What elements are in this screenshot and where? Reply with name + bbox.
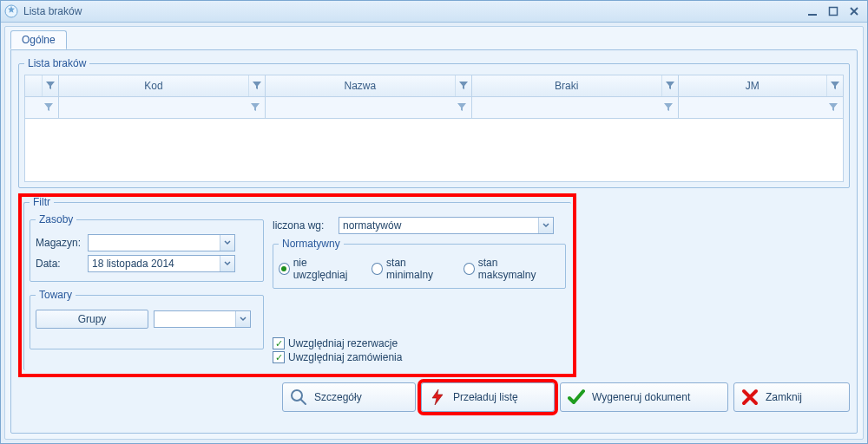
magnifier-icon (290, 388, 307, 406)
client-area: Ogólne Lista braków Kod Nazwa (4, 26, 864, 440)
chevron-down-icon (220, 235, 234, 251)
col-braki[interactable]: Braki (472, 75, 679, 97)
close-icon (741, 388, 759, 406)
lightning-icon (429, 388, 446, 406)
zasoby-fieldset: Zasoby Magazyn: Data: (30, 213, 264, 282)
col-label: Nazwa (266, 80, 455, 92)
grid-legend: Lista braków (24, 57, 89, 69)
filter-icon[interactable] (826, 75, 843, 96)
towary-fieldset: Towary Grupy (30, 289, 264, 349)
liczona-combo[interactable]: normatywów (339, 217, 554, 234)
checkmark-icon (568, 388, 585, 406)
svg-rect-1 (808, 14, 817, 16)
titlebar: Lista braków (1, 1, 867, 23)
filter-cell[interactable] (59, 97, 266, 119)
radio-stan-maksymalny[interactable]: stan maksymalny (464, 257, 549, 281)
filtr-body: Zasoby Magazyn: Data: (30, 213, 566, 365)
normatywny-legend: Normatywny (279, 238, 344, 250)
combo-value: normatywów (339, 219, 538, 232)
wygeneruj-button[interactable]: Wygeneruj dokument (560, 382, 728, 412)
tab-general[interactable]: Ogólne (10, 30, 67, 49)
grid-body[interactable] (24, 119, 844, 182)
grid-fieldset: Lista braków Kod Nazwa Br (18, 57, 850, 188)
towary-legend: Towary (36, 289, 76, 301)
radio-dot-icon (372, 263, 383, 275)
filtr-right-col: liczona wg: normatywów Normatywny (273, 213, 566, 365)
close-button[interactable] (845, 4, 864, 18)
filter-icon[interactable] (455, 75, 471, 96)
combo-value: 18 listopada 2014 (89, 258, 220, 270)
filtr-fieldset: Filtr Zasoby Magazyn: (23, 196, 571, 370)
chevron-down-icon (538, 218, 553, 233)
footer-buttons: Szczegóły Przeładuj listę Wygeneruj doku… (18, 382, 850, 412)
tabpage-general: Lista braków Kod Nazwa Br (10, 49, 858, 434)
liczona-label: liczona wg: (273, 219, 333, 232)
button-label: Wygeneruj dokument (592, 391, 690, 403)
col-jm[interactable]: JM (679, 75, 844, 97)
highlight-frame-filtr: Filtr Zasoby Magazyn: (18, 193, 576, 377)
przeladuj-button[interactable]: Przeładuj listę (421, 382, 555, 412)
checkbox-icon (273, 337, 285, 349)
check-label: Uwzględniaj zamówienia (288, 351, 402, 363)
radio-stan-minimalny[interactable]: stan minimalny (372, 257, 448, 281)
maximize-button[interactable] (824, 4, 843, 18)
radio-nie-uwzgledniaj[interactable]: nie uwzględniaj (279, 257, 356, 281)
tabstrip: Ogólne (10, 30, 858, 49)
chevron-down-icon (220, 256, 234, 271)
radio-dot-icon (279, 263, 290, 275)
button-label: Zamknij (766, 391, 802, 403)
grupa-combo[interactable] (154, 310, 251, 328)
funnel-icon (829, 103, 838, 112)
grid-filter-row (24, 97, 844, 119)
col-label: Kod (59, 80, 248, 92)
magazyn-combo[interactable] (88, 234, 235, 251)
col-label: Braki (472, 80, 661, 92)
button-label: Przeładuj listę (453, 391, 518, 403)
magazyn-label: Magazyn: (36, 237, 82, 249)
grupy-button[interactable]: Grupy (36, 310, 148, 329)
filter-icon[interactable] (661, 75, 678, 96)
radio-dot-icon (464, 263, 475, 275)
button-label: Szczegóły (314, 391, 362, 403)
grid-header-row: Kod Nazwa Braki JM (24, 75, 844, 97)
svg-point-3 (292, 390, 302, 401)
col-nazwa[interactable]: Nazwa (266, 75, 472, 97)
button-label: Grupy (78, 313, 107, 325)
app-icon (4, 4, 18, 18)
col-kod[interactable]: Kod (59, 75, 266, 97)
check-label: Uwzględniaj rezerwacje (288, 337, 398, 349)
funnel-icon (44, 103, 53, 112)
minimize-button[interactable] (803, 4, 822, 18)
filter-cell[interactable] (472, 97, 679, 119)
filter-icon[interactable] (248, 75, 265, 96)
szczegoly-button[interactable]: Szczegóły (282, 382, 416, 412)
filtr-left-col: Zasoby Magazyn: Data: (30, 213, 264, 355)
radio-label: nie uwzględniaj (293, 257, 357, 281)
data-datepicker[interactable]: 18 listopada 2014 (88, 255, 235, 272)
filter-icon[interactable] (42, 75, 58, 96)
check-rezerwacje[interactable]: Uwzględniaj rezerwacje (273, 337, 398, 349)
col-handle[interactable] (24, 75, 59, 97)
zasoby-legend: Zasoby (36, 213, 76, 225)
window-frame: Lista braków Ogólne Lista braków (0, 0, 868, 444)
checkbox-icon (273, 351, 285, 363)
zamknij-button[interactable]: Zamknij (733, 382, 850, 412)
col-label: JM (679, 80, 826, 92)
filtr-legend: Filtr (30, 196, 54, 208)
filter-cell[interactable] (679, 97, 844, 119)
normatywny-fieldset: Normatywny nie uwzględniaj stan minimaln… (273, 238, 566, 289)
funnel-icon (664, 103, 673, 112)
tab-label: Ogólne (22, 34, 56, 46)
check-zamowienia[interactable]: Uwzględniaj zamówienia (273, 351, 402, 363)
chevron-down-icon (235, 311, 250, 327)
radio-label: stan maksymalny (478, 257, 549, 281)
filter-cell[interactable] (266, 97, 472, 119)
filter-cell[interactable] (24, 97, 59, 119)
svg-rect-2 (830, 8, 838, 16)
radio-label: stan minimalny (386, 257, 448, 281)
data-label: Data: (36, 258, 82, 270)
funnel-icon (251, 103, 260, 112)
funnel-icon (457, 103, 466, 112)
window-title: Lista braków (23, 5, 82, 17)
